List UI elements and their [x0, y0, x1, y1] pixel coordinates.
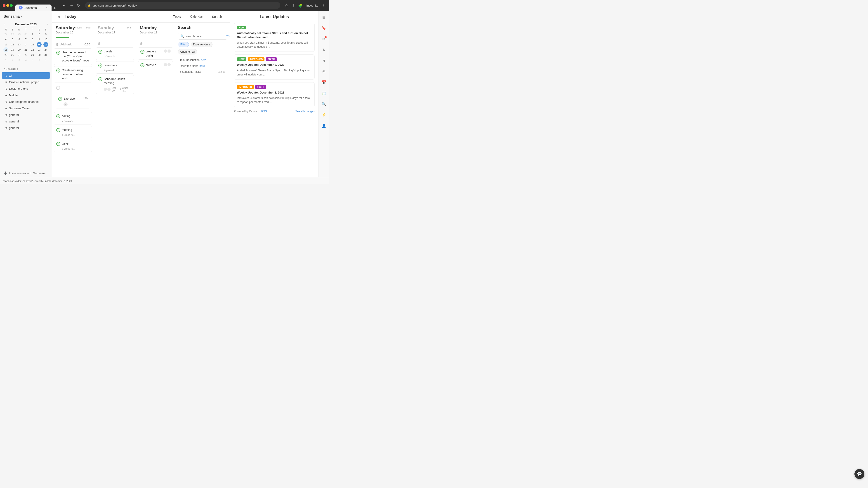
bookmark-button[interactable]: ☆ — [284, 2, 289, 8]
new-tab-button[interactable]: + — [52, 6, 58, 11]
active-tab[interactable]: S Sunsama ✕ — [16, 4, 52, 11]
plan-action[interactable]: Plan — [86, 26, 91, 29]
sidebar-item-sunsama-tasks[interactable]: # Sunsama Tasks — [2, 105, 50, 111]
sidebar-item-our-designers[interactable]: # Our designers channel — [2, 98, 50, 105]
task-checkbox[interactable] — [56, 114, 60, 119]
lightning-icon[interactable]: ⚡ — [320, 111, 328, 119]
sidebar-item-general-2[interactable]: # general — [2, 118, 50, 125]
address-bar[interactable] — [93, 4, 278, 7]
cal-day[interactable]: 7 — [23, 37, 28, 42]
task-checkbox[interactable] — [56, 142, 60, 146]
cal-day[interactable]: 6 — [17, 37, 22, 42]
cal-day[interactable]: 5 — [10, 37, 15, 42]
invite-button[interactable]: ➕ Invite someone to Sunsama — [0, 169, 52, 177]
tab-calendar[interactable]: Calendar — [186, 13, 207, 20]
cal-day[interactable]: 3 — [17, 58, 22, 63]
task-checkbox[interactable] — [56, 51, 60, 55]
tab-close-btn[interactable]: ✕ — [46, 6, 48, 9]
chart-icon[interactable]: 📊 — [320, 90, 328, 97]
cal-day[interactable]: 8 — [30, 37, 35, 42]
cal-day[interactable]: 19 — [10, 47, 15, 52]
window-maximize[interactable] — [10, 4, 13, 7]
task-checkbox[interactable] — [98, 77, 102, 81]
cal-day[interactable]: 5 — [30, 58, 35, 63]
add-task-button[interactable]: ⊕ Add task 0:55 — [54, 40, 92, 48]
user-icon[interactable]: 👤 — [320, 122, 328, 129]
cal-day[interactable]: 1 — [30, 32, 35, 37]
cal-day[interactable]: 25 — [3, 53, 8, 57]
cal-day[interactable]: 27 — [17, 53, 22, 57]
task-checkbox[interactable] — [56, 68, 60, 72]
rss-link[interactable]: RSS — [261, 110, 267, 113]
cal-day[interactable]: 28 — [23, 53, 28, 57]
cal-day[interactable]: 30 — [37, 53, 41, 57]
bookmark-icon[interactable]: 🔖 — [320, 24, 328, 32]
cal-day[interactable]: 2 — [37, 32, 41, 37]
result-desc-link[interactable]: here — [201, 59, 206, 62]
see-all-link[interactable]: See all changes — [296, 110, 315, 113]
cal-day[interactable]: 31 — [43, 53, 49, 57]
search-result-item[interactable]: Task Description here — [178, 57, 227, 63]
cal-day[interactable]: 1 — [3, 58, 8, 63]
window-minimize[interactable] — [6, 4, 9, 7]
search-result-item[interactable]: Insert the tasks here — [178, 63, 227, 69]
task-checkbox[interactable] — [98, 64, 102, 68]
channel-filter-button[interactable]: Channel: all — [178, 49, 197, 55]
cal-day[interactable]: 4 — [3, 37, 8, 42]
plan-action[interactable]: Plan — [127, 26, 132, 29]
task-checkbox[interactable] — [58, 97, 62, 101]
cal-day[interactable]: 26 — [10, 53, 15, 57]
cal-day[interactable]: 29 — [17, 32, 22, 37]
cal-day[interactable]: 18 — [3, 47, 8, 52]
cal-day[interactable]: 3 — [43, 32, 49, 37]
cal-day[interactable]: 30 — [23, 32, 28, 37]
task-checkbox[interactable] — [56, 128, 60, 132]
search-input[interactable] — [186, 35, 224, 38]
tab-tasks[interactable]: Tasks — [169, 13, 185, 20]
task-checkbox[interactable] — [141, 63, 145, 67]
forward-button[interactable]: → — [68, 2, 75, 8]
cal-day[interactable]: 14 — [23, 42, 28, 47]
cal-day[interactable]: 13 — [17, 42, 22, 47]
search-icon[interactable]: 🔍 — [320, 100, 328, 107]
tab-search[interactable]: Search — [209, 13, 225, 20]
result-insert-link[interactable]: here — [199, 64, 205, 68]
sidebar-item-all[interactable]: # all — [2, 72, 50, 78]
calendar-icon[interactable]: 📅 — [320, 78, 328, 86]
cal-day[interactable]: 24 — [43, 47, 49, 52]
add-task-button[interactable]: ⊕ — [138, 39, 173, 47]
cal-day[interactable]: 22 — [30, 47, 35, 52]
cal-day[interactable]: 6 — [37, 58, 41, 63]
task-checkbox[interactable] — [141, 50, 145, 54]
cal-day[interactable]: 10 — [43, 37, 49, 42]
cal-day-today[interactable]: 16 — [37, 42, 41, 47]
focus-action[interactable]: Focus — [75, 26, 82, 29]
cal-day[interactable]: 15 — [30, 42, 35, 47]
notion-icon[interactable]: N — [320, 57, 328, 64]
grid-icon[interactable]: ⊞ — [320, 13, 328, 21]
menu-button[interactable]: ⋮ — [321, 2, 327, 8]
cal-day[interactable]: 23 — [37, 47, 41, 52]
cal-day[interactable]: 20 — [17, 47, 22, 52]
cal-day[interactable]: 21 — [23, 47, 28, 52]
extensions-button[interactable]: 🧩 — [297, 2, 304, 8]
cal-day[interactable]: 28 — [10, 32, 15, 37]
target-icon[interactable]: ◎ — [320, 68, 328, 75]
cal-day[interactable]: 9 — [37, 37, 41, 42]
cal-day[interactable]: 4 — [23, 58, 28, 63]
sidebar-brand[interactable]: Sunsama ▾ — [4, 14, 22, 19]
search-reset-button[interactable]: reset — [226, 35, 230, 38]
sidebar-item-general-1[interactable]: # general — [2, 111, 50, 118]
cal-day[interactable]: 29 — [30, 53, 35, 57]
sidebar-item-designers-one[interactable]: # Designers-one — [2, 86, 50, 92]
refresh-button[interactable]: ↻ — [76, 2, 81, 8]
cal-day[interactable]: 12 — [10, 42, 15, 47]
window-close[interactable] — [3, 4, 5, 7]
add-task-button[interactable]: ⊕ — [96, 39, 134, 47]
cal-day-selected[interactable]: 17 — [43, 42, 49, 47]
sidebar-item-cross-functional[interactable]: # Cross-functional projec... — [2, 79, 50, 85]
sidebar-item-general-3[interactable]: # general — [2, 125, 50, 131]
filter-button[interactable]: Filter — [178, 42, 189, 47]
cal-day[interactable]: 7 — [43, 58, 49, 63]
cal-day[interactable]: 11 — [3, 42, 8, 47]
